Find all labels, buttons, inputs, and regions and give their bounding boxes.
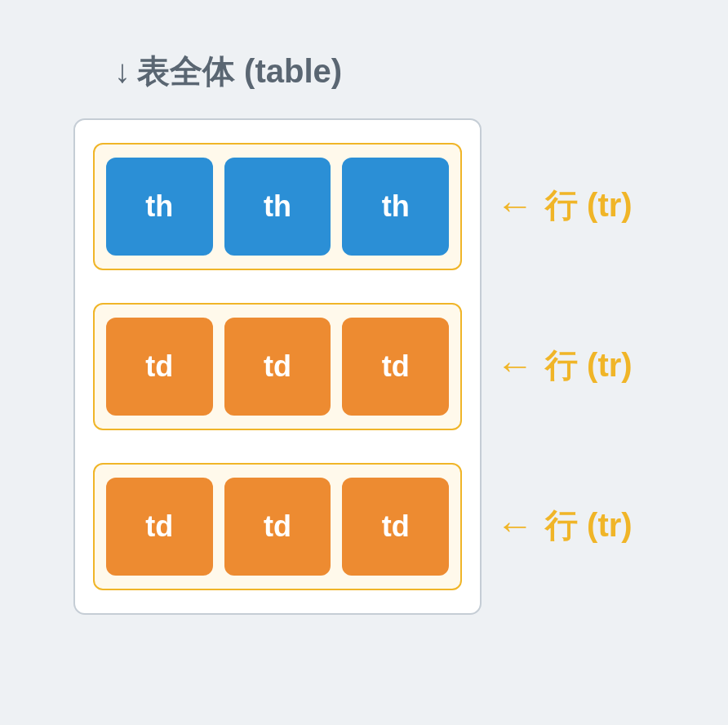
td-cell: td (106, 478, 213, 576)
row-label-text: 行 (tr) (545, 503, 633, 548)
diagram-container: th th th td td td td td td ← 行 (tr) ← 行 … (0, 118, 728, 615)
down-arrow-icon: ↓ (114, 53, 131, 90)
diagram-title: ↓ 表全体 (table) (114, 49, 728, 94)
td-cell: td (342, 478, 449, 576)
table-box: th th th td td td td td td (73, 118, 482, 615)
th-cell: th (106, 158, 213, 256)
th-cell: th (224, 158, 331, 256)
row-label-text: 行 (tr) (545, 183, 633, 228)
arrow-left-icon: ← (496, 186, 534, 224)
table-row: td td td (93, 463, 462, 590)
row-label: ← 行 (tr) (496, 141, 633, 269)
arrow-left-icon: ← (496, 506, 534, 544)
row-label-text: 行 (tr) (545, 343, 633, 388)
td-cell: td (342, 318, 449, 416)
td-cell: td (224, 478, 331, 576)
table-row: th th th (93, 143, 462, 270)
th-cell: th (342, 158, 449, 256)
title-text: 表全体 (table) (137, 49, 342, 94)
row-label: ← 行 (tr) (496, 301, 633, 429)
td-cell: td (224, 318, 331, 416)
row-labels: ← 行 (tr) ← 行 (tr) ← 行 (tr) (496, 118, 633, 589)
arrow-left-icon: ← (496, 346, 534, 384)
row-label: ← 行 (tr) (496, 461, 633, 589)
td-cell: td (106, 318, 213, 416)
table-row: td td td (93, 303, 462, 430)
